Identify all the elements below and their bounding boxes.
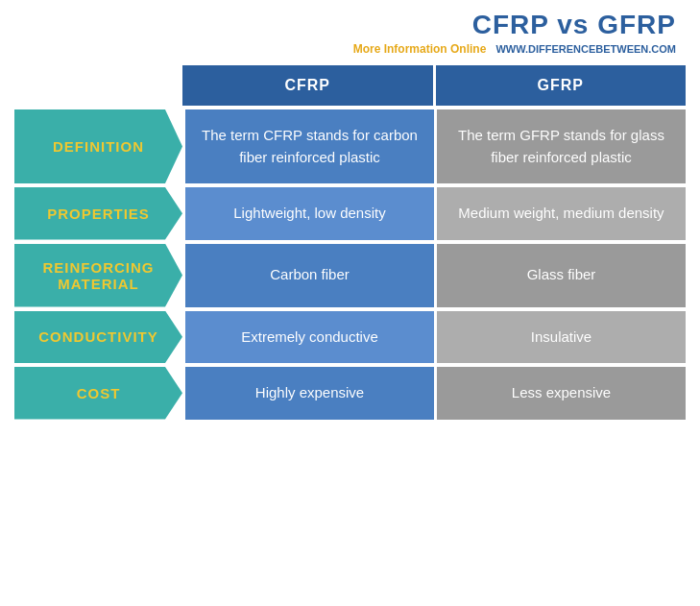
reinforcing-gfrp: Glass fiber — [437, 244, 686, 307]
title-text: CFRP vs GFRP — [472, 10, 676, 39]
reinforcing-cfrp: Carbon fiber — [185, 244, 434, 307]
cost-row: COST Highly expensive Less expensive — [14, 367, 686, 420]
conductivity-gfrp: Insulative — [437, 311, 686, 364]
gfrp-header: GFRP — [436, 65, 687, 106]
definition-label: DEFINITION — [14, 109, 182, 183]
subtitle: More Information Online WWW.DIFFERENCEBE… — [14, 42, 676, 56]
reinforcing-label: REINFORCING MATERIAL — [14, 244, 182, 307]
properties-row: PROPERTIES Lightweight, low density Medi… — [14, 187, 686, 240]
definition-gfrp: The term GFRP stands for glass fiber rei… — [437, 109, 686, 183]
properties-gfrp: Medium weight, medium density — [437, 187, 686, 240]
conductivity-label: CONDUCTIVITY — [14, 311, 182, 364]
conductivity-row: CONDUCTIVITY Extremely conductive Insula… — [14, 311, 686, 364]
cost-label: COST — [14, 367, 182, 420]
definition-row: DEFINITION The term CFRP stands for carb… — [14, 109, 686, 183]
cfrp-header: CFRP — [182, 65, 433, 106]
definition-cfrp: The term CFRP stands for carbon fiber re… — [185, 109, 434, 183]
comparison-table: CFRP GFRP DEFINITION The term CFRP stand… — [14, 65, 686, 420]
properties-label: PROPERTIES — [14, 187, 182, 240]
website-label: WWW.DIFFERENCEBETWEEN.COM — [495, 43, 676, 55]
header: CFRP vs GFRP More Information Online WWW… — [14, 10, 686, 56]
main-title: CFRP vs GFRP — [14, 10, 676, 40]
cost-gfrp: Less expensive — [437, 367, 686, 420]
more-info-label: More Information Online — [353, 42, 487, 56]
reinforcing-row: REINFORCING MATERIAL Carbon fiber Glass … — [14, 244, 686, 307]
column-headers: CFRP GFRP — [182, 65, 686, 106]
properties-cfrp: Lightweight, low density — [185, 187, 434, 240]
conductivity-cfrp: Extremely conductive — [185, 311, 434, 364]
cost-cfrp: Highly expensive — [185, 367, 434, 420]
